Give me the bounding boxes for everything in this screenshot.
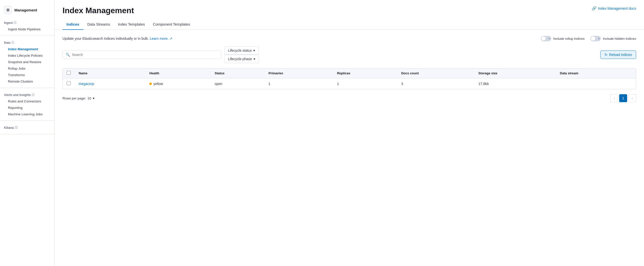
sidebar-section-label: Ingestⓘ (4, 21, 50, 25)
sidebar-item-rules-connectors[interactable]: Rules and Connectors (4, 98, 50, 104)
toggle-label-rollup: Include rollup indices (553, 37, 584, 41)
sidebar-item-index-management[interactable]: Index Management (4, 46, 50, 52)
sidebar: ⚙ Management IngestⓘIngest Node Pipeline… (0, 0, 54, 266)
sidebar-item-index-lifecycle[interactable]: Index Lifecycle Policies (4, 52, 50, 59)
sidebar-section-label: Dataⓘ (4, 41, 50, 45)
table-header-row: NameHealthStatusPrimariesReplicasDocs co… (63, 68, 636, 78)
th-checkbox (63, 68, 75, 78)
docs-link-label: Index Management docs (598, 7, 636, 11)
rows-per-page-value: 10 (88, 96, 91, 100)
sidebar-section-data: DataⓘIndex ManagementIndex Lifecycle Pol… (0, 38, 54, 86)
description-body: Update your Elasticsearch indices indivi… (62, 37, 149, 41)
sidebar-item-remote-clusters[interactable]: Remote Clusters (4, 78, 50, 84)
external-link-icon: ↗ (170, 37, 172, 41)
search-input[interactable] (72, 53, 218, 57)
sidebar-divider (0, 36, 54, 36)
docs-link-icon: 🔗 (592, 6, 596, 11)
info-icon: ⓘ (12, 41, 14, 45)
info-icon: ⓘ (14, 21, 16, 25)
learn-more-link[interactable]: Learn more. ↗ (150, 37, 172, 41)
sidebar-item-snapshot-restore[interactable]: Snapshot and Restore (4, 59, 50, 65)
th-replicas: Replicas (333, 68, 397, 78)
health-cell: yellow (145, 78, 210, 89)
next-page-button[interactable]: › (628, 94, 636, 102)
sidebar-divider (0, 88, 54, 88)
prev-page-button[interactable]: ‹ (610, 94, 618, 102)
sidebar-section-kibana: Kibanaⓘ (0, 123, 54, 132)
page-1-button[interactable]: 1 (619, 94, 627, 102)
table-body: megacorp yellow open 1 1 3 17.8kb (63, 78, 636, 89)
select-all-checkbox[interactable] (67, 71, 71, 75)
page-header: Index Management 🔗 Index Management docs (54, 0, 644, 15)
filter-lifecycle-phase-button[interactable]: Lifecycle phase▾ (224, 55, 259, 63)
sidebar-item-ingest-pipelines[interactable]: Ingest Node Pipelines (4, 26, 50, 32)
storage-size-cell: 17.8kb (474, 78, 556, 89)
tab-component-templates[interactable]: Component Templates (149, 19, 194, 30)
docs-count-cell: 3 (397, 78, 474, 89)
page-controls: ‹ 1 › (610, 94, 636, 102)
health-label: yellow (153, 82, 163, 86)
filter-lifecycle-status-button[interactable]: Lifecycle status▾ (224, 46, 259, 55)
toggle-x-rollup: ✕ (548, 37, 550, 40)
th-data_stream: Data stream (556, 68, 636, 78)
primaries-cell: 1 (264, 78, 333, 89)
content-area: Update your Elasticsearch indices indivi… (54, 30, 644, 266)
table-row: megacorp yellow open 1 1 3 17.8kb (63, 78, 636, 89)
tab-index-templates[interactable]: Index Templates (114, 19, 149, 30)
row-checkbox-0[interactable] (67, 81, 71, 85)
docs-link[interactable]: 🔗 Index Management docs (592, 6, 636, 11)
rows-per-page-selector[interactable]: Rows per page: 10 ▾ (62, 96, 94, 100)
status-cell: open (210, 78, 264, 89)
tabs: IndicesData StreamsIndex TemplatesCompon… (54, 19, 644, 30)
toggles: ✕ Include rollup indices ✕ Include hidde… (541, 36, 636, 41)
rows-per-page-label: Rows per page: (62, 96, 86, 100)
toggle-hidden[interactable]: ✕ Include hidden indices (590, 36, 636, 41)
toggle-rollup[interactable]: ✕ Include rollup indices (541, 36, 584, 41)
row-checkbox-cell (63, 78, 75, 89)
sidebar-item-rollup-jobs[interactable]: Rollup Jobs (4, 65, 50, 72)
sidebar-section-alerts-and-insights: Alerts and InsightsⓘRules and Connectors… (0, 90, 54, 118)
section-label-text: Kibana (4, 126, 14, 129)
chevron-down-icon: ▾ (253, 49, 255, 52)
filter-row: 🔍 Lifecycle status▾Lifecycle phase▾ ↻ Re… (62, 46, 636, 63)
th-docs_count: Docs count (397, 68, 474, 78)
toggle-switch-hidden[interactable]: ✕ (590, 36, 601, 41)
sidebar-section-label: Kibanaⓘ (4, 126, 50, 129)
sidebar-item-transforms[interactable]: Transforms (4, 72, 50, 78)
th-health: Health (145, 68, 210, 78)
tab-data-streams[interactable]: Data Streams (83, 19, 114, 30)
filter-buttons: Lifecycle status▾Lifecycle phase▾ (224, 46, 259, 63)
chevron-down-icon: ▾ (254, 57, 255, 61)
th-name: Name (75, 68, 145, 78)
rows-per-page-chevron: ▾ (93, 96, 94, 100)
toggle-label-hidden: Include hidden indices (603, 37, 636, 41)
search-box[interactable]: 🔍 (62, 50, 221, 59)
toggle-switch-rollup[interactable]: ✕ (541, 36, 551, 41)
indices-table-container: NameHealthStatusPrimariesReplicasDocs co… (62, 68, 636, 89)
sidebar-header: ⚙ Management (0, 4, 54, 18)
section-label-text: Alerts and Insights (4, 93, 31, 97)
tab-indices[interactable]: Indices (62, 19, 83, 30)
th-primaries: Primaries (264, 68, 333, 78)
replicas-cell: 1 (333, 78, 397, 89)
pagination: Rows per page: 10 ▾ ‹ 1 › (62, 91, 636, 105)
toggle-knob-rollup (541, 36, 546, 41)
health-dot (149, 83, 152, 85)
sidebar-section-ingest: IngestⓘIngest Node Pipelines (0, 18, 54, 34)
reload-icon: ↻ (604, 53, 608, 57)
sidebar-item-reporting[interactable]: Reporting (4, 105, 50, 111)
th-storage_size: Storage size (474, 68, 556, 78)
sidebar-divider (0, 134, 54, 134)
filter-label: Lifecycle status (228, 49, 252, 52)
sidebar-section-label: Alerts and Insightsⓘ (4, 93, 50, 97)
section-label-text: Ingest (4, 21, 13, 25)
reload-indices-button[interactable]: ↻ Reload indices (600, 50, 636, 59)
page-title: Index Management (62, 6, 134, 15)
index-name-cell: megacorp (75, 78, 145, 89)
sidebar-item-ml-jobs[interactable]: Machine Learning Jobs (4, 111, 50, 117)
index-link-megacorp[interactable]: megacorp (79, 82, 94, 86)
search-icon: 🔍 (66, 53, 70, 57)
section-label-text: Data (4, 41, 10, 45)
data-stream-cell (556, 78, 636, 89)
main-content: Index Management 🔗 Index Management docs… (54, 0, 644, 266)
